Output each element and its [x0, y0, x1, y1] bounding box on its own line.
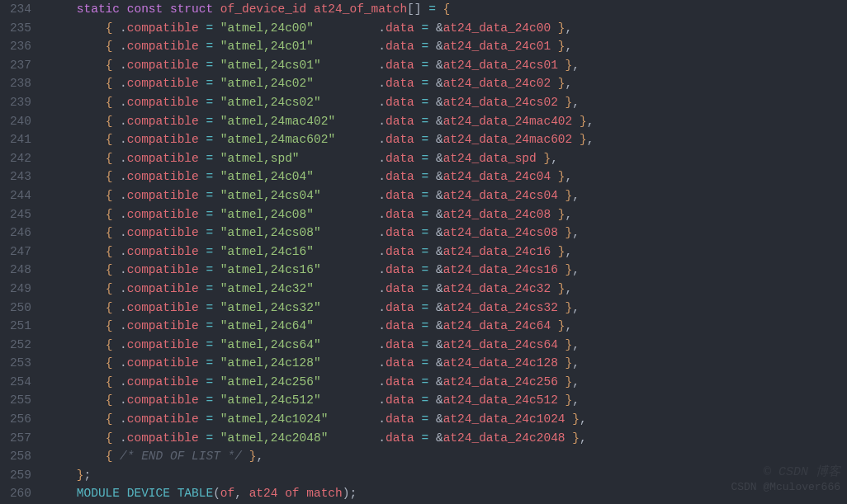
line-number: 255 — [0, 391, 48, 410]
line-number: 257 — [0, 429, 48, 448]
line-number: 239 — [0, 93, 48, 112]
line-number: 247 — [0, 243, 48, 261]
line-number: 254 — [0, 373, 48, 392]
watermark-bottom: CSDN @Mculover666 — [731, 478, 840, 497]
line-number: 249 — [0, 280, 48, 299]
line-number: 240 — [0, 112, 48, 131]
line-number: 248 — [0, 261, 48, 280]
line-number: 236 — [0, 37, 48, 56]
line-number: 243 — [0, 167, 48, 186]
line-number: 245 — [0, 205, 48, 224]
line-number: 238 — [0, 74, 48, 93]
line-number: 260 — [0, 484, 48, 503]
line-number: 246 — [0, 224, 48, 243]
line-number: 256 — [0, 410, 48, 429]
code-content[interactable]: static const struct of_device_id at24_of… — [48, 0, 847, 504]
line-number: 234 — [0, 0, 48, 19]
line-number: 235 — [0, 19, 48, 38]
line-number-gutter: 2342352362372382392402412422432442452462… — [0, 0, 48, 504]
line-number: 237 — [0, 56, 48, 75]
line-number: 241 — [0, 130, 48, 149]
line-number: 244 — [0, 186, 48, 205]
line-number: 259 — [0, 466, 48, 485]
line-number: 242 — [0, 149, 48, 168]
line-number: 252 — [0, 336, 48, 355]
line-number: 250 — [0, 299, 48, 318]
line-number: 258 — [0, 447, 48, 466]
code-editor: 2342352362372382392402412422432442452462… — [0, 0, 847, 504]
line-number: 251 — [0, 317, 48, 336]
line-number: 253 — [0, 354, 48, 373]
